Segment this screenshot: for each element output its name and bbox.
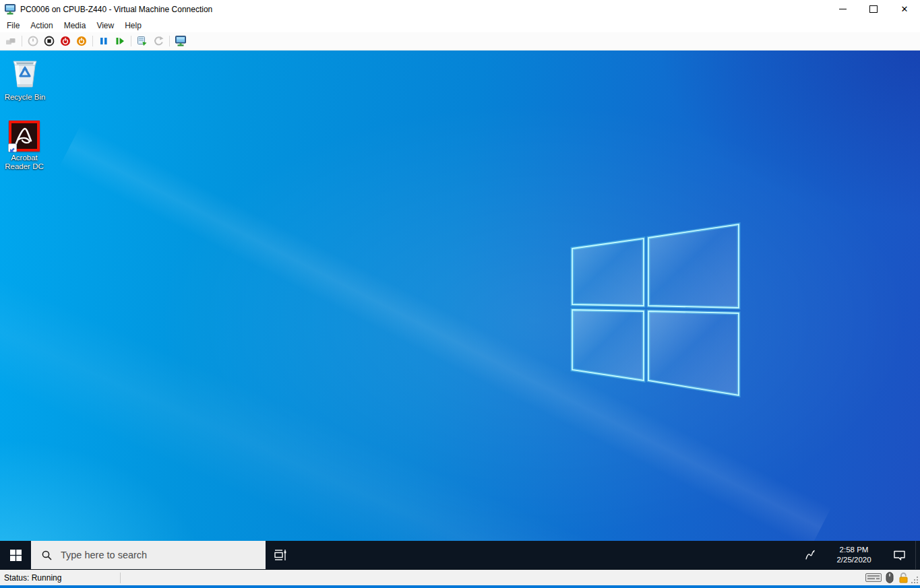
menu-bar: File Action Media View Help: [0, 18, 920, 32]
menu-help[interactable]: Help: [119, 20, 147, 32]
desktop-icon-acrobat-reader[interactable]: Acrobat Reader DC: [0, 121, 49, 171]
lock-status-icon: [898, 572, 909, 583]
task-view-icon: [274, 548, 287, 562]
turn-off-button[interactable]: [41, 34, 57, 48]
shut-down-icon: [60, 36, 71, 46]
vmconnect-window: PC0006 on CPUB-Z440 - Virtual Machine Co…: [0, 0, 920, 588]
window-title: PC0006 on CPUB-Z440 - Virtual Machine Co…: [20, 5, 212, 14]
toolbar-separator: [22, 36, 22, 46]
menu-view[interactable]: View: [91, 20, 119, 32]
revert-button[interactable]: [150, 34, 166, 48]
reset-button[interactable]: [112, 34, 128, 48]
title-bar: PC0006 on CPUB-Z440 - Virtual Machine Co…: [0, 0, 920, 18]
maximize-icon: [869, 5, 878, 13]
acrobat-label-line1: Acrobat: [0, 154, 49, 162]
clock-date: 2/25/2020: [836, 555, 871, 565]
taskbar-clock[interactable]: 2:58 PM 2/25/2020: [825, 541, 883, 569]
clock-time: 2:58 PM: [840, 545, 869, 555]
action-center-icon: [892, 548, 907, 562]
vm-toolbar: [0, 32, 920, 51]
system-tray: 2:58 PM 2/25/2020: [795, 541, 920, 569]
ink-workspace-button[interactable]: [795, 541, 825, 569]
menu-media[interactable]: Media: [59, 20, 92, 32]
taskbar-search-box[interactable]: [31, 541, 266, 569]
resize-grip[interactable]: [911, 576, 919, 584]
taskbar: 2:58 PM 2/25/2020: [0, 541, 920, 569]
toolbar-separator: [131, 36, 131, 46]
shut-down-button[interactable]: [57, 34, 73, 48]
desktop-icon-recycle-bin[interactable]: Recycle Bin: [1, 55, 49, 102]
search-input[interactable]: [59, 549, 244, 561]
keyboard-status-icon: [865, 573, 882, 583]
toolbar-separator: [169, 36, 170, 46]
start-button[interactable]: [0, 541, 31, 569]
close-button[interactable]: ✕: [889, 0, 920, 18]
status-bar: Status: Running: [0, 569, 920, 585]
enhanced-session-button[interactable]: [173, 34, 189, 48]
menu-action[interactable]: Action: [25, 20, 58, 32]
status-text: Status: Running: [0, 573, 120, 583]
window-bottom-border: [0, 585, 920, 588]
task-view-button[interactable]: [266, 541, 295, 569]
show-desktop-button[interactable]: [915, 541, 920, 569]
maximize-button[interactable]: [858, 0, 889, 18]
vm-desktop: Recycle Bin Acrobat Reader DC: [0, 51, 920, 569]
pen-icon: [803, 548, 817, 562]
menu-file[interactable]: File: [1, 20, 25, 32]
save-icon: [76, 36, 87, 46]
acrobat-reader-icon: [9, 121, 40, 152]
taskbar-empty-area: [295, 541, 795, 569]
close-icon: ✕: [901, 5, 909, 13]
windows-logo-wallpaper: [566, 219, 745, 401]
save-vm-button[interactable]: [73, 34, 90, 48]
recycle-bin-icon: [8, 55, 42, 91]
search-icon: [41, 550, 53, 561]
ctrl-alt-delete-button[interactable]: [3, 34, 19, 48]
vm-connection-icon: [5, 4, 16, 15]
pause-icon: [98, 36, 109, 46]
checkpoint-button[interactable]: [134, 34, 150, 48]
pause-button[interactable]: [96, 34, 112, 48]
start-vm-button[interactable]: [25, 34, 41, 48]
minimize-icon: [839, 9, 847, 9]
action-center-button[interactable]: [883, 541, 915, 569]
recycle-bin-label: Recycle Bin: [1, 93, 49, 102]
mouse-status-icon: [886, 572, 894, 583]
toolbar-separator: [92, 36, 93, 46]
shortcut-arrow-badge: [8, 143, 17, 152]
ctrl-alt-delete-icon: [5, 36, 16, 46]
reset-icon: [115, 36, 125, 46]
start-power-icon: [28, 36, 38, 46]
windows-start-icon: [10, 550, 22, 561]
turn-off-icon: [44, 36, 55, 46]
statusbar-divider: [120, 573, 121, 583]
checkpoint-icon: [137, 36, 148, 46]
acrobat-label-line2: Reader DC: [0, 162, 49, 171]
revert-icon: [153, 36, 164, 46]
enhanced-session-icon: [175, 36, 187, 46]
minimize-button[interactable]: [827, 0, 858, 18]
